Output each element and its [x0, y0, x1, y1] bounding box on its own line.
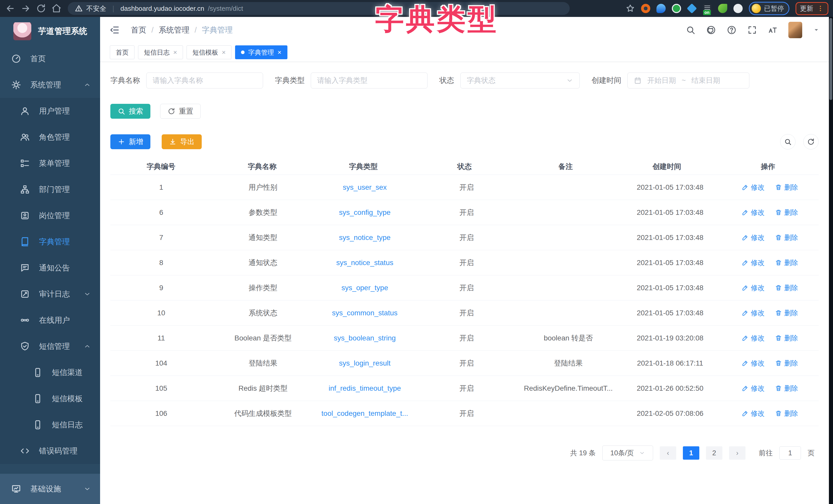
next-page-button[interactable]: ›	[729, 446, 745, 460]
add-button[interactable]: 新增	[110, 134, 150, 149]
edit-button[interactable]: 修改	[742, 308, 765, 318]
sidebar-item[interactable]: 字典管理	[0, 229, 100, 255]
sidebar-item[interactable]: 错误码管理	[0, 438, 100, 464]
edit-button[interactable]: 修改	[742, 283, 765, 293]
cell-type-link[interactable]: inf_redis_timeout_type	[314, 384, 416, 393]
bookmark-star-icon[interactable]	[626, 4, 635, 13]
cell-type-link[interactable]: sys_common_status	[314, 309, 416, 317]
delete-button[interactable]: 删除	[775, 359, 798, 368]
sidebar-item[interactable]: 短信模板	[0, 385, 100, 412]
search-button[interactable]: 搜索	[110, 104, 150, 119]
delete-button[interactable]: 删除	[775, 208, 798, 217]
page-button-1[interactable]: 1	[683, 446, 699, 460]
delete-button[interactable]: 删除	[775, 333, 798, 343]
edit-button[interactable]: 修改	[742, 183, 765, 192]
forward-icon[interactable]	[21, 3, 31, 14]
diamond-extension-icon[interactable]	[687, 3, 697, 14]
sidebar-item[interactable]: 首页	[0, 46, 100, 72]
browser-menu-icon[interactable]	[817, 5, 824, 12]
page-button-2[interactable]: 2	[706, 446, 722, 460]
green-extension-icon[interactable]	[672, 4, 681, 13]
sidebar-item[interactable]: 短信管理	[0, 333, 100, 359]
list-extension-icon[interactable]: on	[703, 4, 712, 13]
cell-type-link[interactable]: tool_codegen_template_t...	[314, 409, 416, 418]
orange-extension-icon[interactable]	[641, 4, 650, 13]
sidebar-item[interactable]: 短信日志	[0, 412, 100, 438]
scrollbar-thumb[interactable]	[829, 18, 832, 100]
sidebar-item[interactable]: 部门管理	[0, 176, 100, 203]
close-tab-icon[interactable]: ×	[278, 49, 281, 56]
sidebar-item-infrastructure[interactable]: 基础设施	[0, 474, 100, 504]
sidebar-item[interactable]: 岗位管理	[0, 203, 100, 229]
cell-type-link[interactable]: sys_oper_type	[314, 284, 416, 292]
update-button[interactable]: 更新	[795, 2, 828, 15]
show-search-button[interactable]	[780, 134, 795, 149]
app-window: 芋道管理系统 首页 系统管理 用户管理 角色管理 菜单管理 部门管理 岗位管理 …	[0, 17, 829, 504]
sidebar-item[interactable]: 用户管理	[0, 98, 100, 124]
edit-button[interactable]: 修改	[742, 258, 765, 268]
delete-button[interactable]: 删除	[775, 308, 798, 318]
sidebar-item[interactable]: 在线用户	[0, 307, 100, 333]
cell-type-link[interactable]: sys_user_sex	[314, 183, 416, 192]
edit-button[interactable]: 修改	[742, 333, 765, 343]
refresh-table-button[interactable]	[803, 134, 818, 149]
status-select[interactable]: 字典状态	[460, 73, 580, 89]
sidebar-item[interactable]: 短信渠道	[0, 359, 100, 385]
font-size-icon[interactable]	[768, 25, 778, 35]
edit-button[interactable]: 修改	[742, 233, 765, 242]
close-tab-icon[interactable]: ×	[173, 49, 177, 56]
page-scrollbar[interactable]	[829, 17, 833, 504]
tab[interactable]: 短信日志 ×	[138, 45, 183, 59]
delete-button[interactable]: 删除	[775, 183, 798, 192]
github-icon[interactable]	[706, 25, 716, 35]
cell-type-link[interactable]: sys_notice_type	[314, 233, 416, 242]
export-button[interactable]: 导出	[162, 134, 202, 149]
white-extension-icon[interactable]	[733, 4, 743, 13]
sidebar-fold-icon[interactable]	[109, 25, 120, 35]
goto-page-input[interactable]	[779, 446, 801, 460]
cell-type-link[interactable]: sys_notice_status	[314, 259, 416, 267]
cell-type-link[interactable]: sys_login_result	[314, 359, 416, 368]
search-icon[interactable]	[686, 25, 695, 35]
dict-name-input[interactable]	[146, 73, 263, 89]
sidebar-item[interactable]: 菜单管理	[0, 150, 100, 176]
date-range-picker[interactable]: 开始日期 ~ 结束日期	[627, 73, 749, 89]
sidebar-item[interactable]: 审计日志	[0, 281, 100, 307]
leaf-extension-icon[interactable]	[718, 4, 727, 13]
help-icon[interactable]	[727, 25, 737, 35]
delete-button[interactable]: 删除	[775, 409, 798, 418]
dict-type-input[interactable]	[311, 73, 428, 89]
user-avatar[interactable]	[788, 22, 802, 38]
fullscreen-icon[interactable]	[747, 25, 757, 35]
edit-button[interactable]: 修改	[742, 384, 765, 393]
sidebar-item[interactable]: 系统管理	[0, 72, 100, 98]
delete-button[interactable]: 删除	[775, 233, 798, 242]
breadcrumb-home[interactable]: 首页	[131, 25, 146, 35]
delete-button[interactable]: 删除	[775, 258, 798, 268]
edit-button[interactable]: 修改	[742, 359, 765, 368]
cell-type-link[interactable]: sys_config_type	[314, 208, 416, 217]
delete-button[interactable]: 删除	[775, 283, 798, 293]
back-icon[interactable]	[5, 3, 16, 14]
delete-button[interactable]: 删除	[775, 384, 798, 393]
blue-drop-extension-icon[interactable]	[657, 4, 666, 13]
edit-button[interactable]: 修改	[742, 208, 765, 217]
sidebar-item[interactable]: 角色管理	[0, 124, 100, 150]
prev-page-button[interactable]: ‹	[660, 446, 676, 460]
tab[interactable]: 首页 ×	[110, 45, 135, 59]
close-tab-icon[interactable]: ×	[222, 49, 225, 56]
cell-type-link[interactable]: sys_boolean_string	[314, 334, 416, 342]
sidebar-item[interactable]: 通知公告	[0, 255, 100, 281]
caret-down-icon[interactable]	[813, 27, 820, 33]
breadcrumb-system[interactable]: 系统管理	[159, 25, 189, 35]
app-logo[interactable]: 芋道管理系统	[0, 17, 100, 46]
paused-badge[interactable]: 已暂停	[749, 2, 789, 15]
trash-icon	[775, 360, 782, 367]
reset-button[interactable]: 重置	[160, 104, 201, 119]
reload-icon[interactable]	[36, 3, 46, 14]
edit-button[interactable]: 修改	[742, 409, 765, 418]
home-icon[interactable]	[51, 3, 62, 14]
tab[interactable]: 字典管理 ×	[235, 45, 287, 59]
page-size-select[interactable]: 10条/页	[602, 446, 653, 460]
tab[interactable]: 短信模板 ×	[187, 45, 232, 59]
